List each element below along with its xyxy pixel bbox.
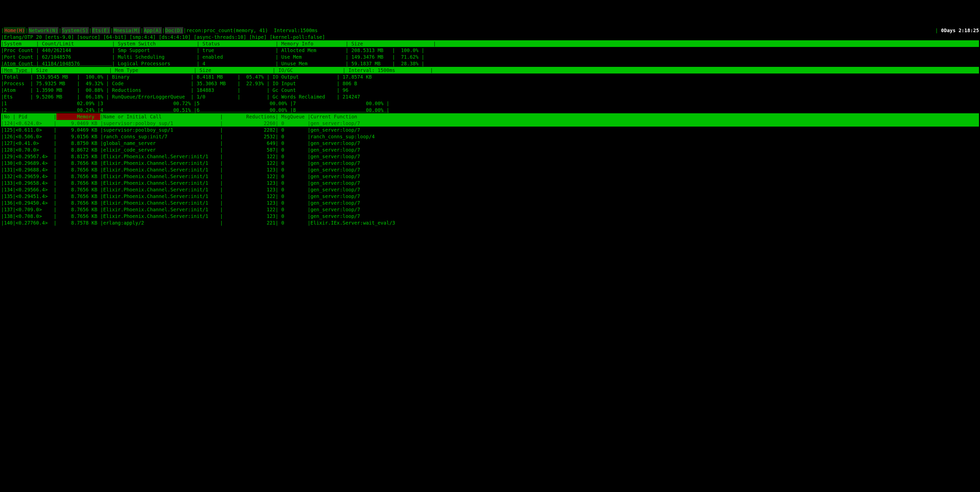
sort-column-memory[interactable]: Memory [56,113,100,120]
mem-row: |Atom | 1.3590 MB | 00.88% | Reductions … [1,87,979,93]
proc-row[interactable]: |135|<0.29451.4> | 8.7656 KB |Elixir.Pho… [1,193,979,199]
menu-network[interactable]: Network(N) [28,27,59,34]
sched-row: |2 00.24% |4 00.51% |6 00.00% |8 00.00% … [1,107,979,113]
proc-row[interactable]: |140|<0.27760.4> | 8.7578 KB |erlang:app… [1,220,979,226]
mem-row: |Process | 75.9325 MB | 49.32% | Code | … [1,80,979,87]
menu-mnesia[interactable]: Mnesia(M) [113,27,140,34]
menu-app[interactable]: App(A) [143,27,162,34]
sched-row: |1 02.09% |3 00.72% |5 00.00% |7 00.00% … [1,100,979,107]
proc-row[interactable]: |128|<0.70.0> | 8.8672 KB |elixir_code_s… [1,146,979,153]
uptime: 0Days 2:18:25 [941,27,979,34]
version-line: |Erlang/OTP 20 [erts-9.0] [source] [64-b… [1,34,979,40]
interval-label: Interval:1500ms [274,27,318,34]
sys-row: |Proc Count | 440/262144 | Smp Support |… [1,47,979,54]
proc-row[interactable]: |136|<0.29450.4> | 8.7656 KB |Elixir.Pho… [1,199,979,206]
proc-row[interactable]: |127|<0.41.0> | 8.8750 KB |global_name_s… [1,140,979,146]
proc-row[interactable]: |138|<0.708.0> | 8.7656 KB |Elixir.Phoen… [1,213,979,220]
proc-row[interactable]: |130|<0.29689.4> | 8.7656 KB |Elixir.Pho… [1,160,979,166]
mem-row: |Ets | 9.5206 MB | 06.18% | RunQueue/Err… [1,93,979,100]
sys-row: |Port Count | 62/1048576 | Multi Schedul… [1,54,979,60]
proc-header: |No | Pid | Memory |Name or Initial Call… [1,113,979,120]
menu-system[interactable]: System(S) [62,27,89,34]
proc-row[interactable]: |125|<0.611.0> | 9.0469 KB |supervisor:p… [1,127,979,133]
proc-row[interactable]: |133|<0.29658.4> | 8.7656 KB |Elixir.Pho… [1,180,979,186]
menu-bar: |Home(H)|Network(N)|System(S)|Ets(E)|Mne… [1,27,979,34]
menu-doc[interactable]: Doc(D) [165,27,183,34]
proc-row[interactable]: |129|<0.29567.4> | 8.8125 KB |Elixir.Pho… [1,153,979,160]
proc-row[interactable]: |134|<0.29566.4> | 8.7656 KB |Elixir.Pho… [1,186,979,193]
proc-row[interactable]: |137|<0.709.0> | 8.7656 KB |Elixir.Phoen… [1,206,979,213]
proc-row[interactable]: |126|<0.506.0> | 9.0156 KB |ranch_conns_… [1,133,979,140]
menu-ets[interactable]: Ets(E) [92,27,110,34]
sys-header: |System | Count/Limit | System Switch | … [1,40,979,47]
proc-row-selected[interactable]: |124|<0.624.0> | 9.0469 KB |supervisor:p… [1,120,979,127]
sys-row: |Atom Count | 41184/1048576 | Logical Pr… [1,60,979,67]
proc-row[interactable]: |132|<0.29659.4> | 8.7656 KB |Elixir.Pho… [1,173,979,180]
proc-row[interactable]: |131|<0.29688.4> | 8.7656 KB |Elixir.Pho… [1,166,979,173]
mem-row: |Total | 153.9545 MB | 100.0% | Binary |… [1,73,979,80]
mem-header: |Mem Type | Size | Mem Type | Size | IO/… [1,67,979,73]
status-cmd: recon:proc_count(memory, 41) [186,27,268,34]
menu-home[interactable]: Home(H) [4,27,25,34]
